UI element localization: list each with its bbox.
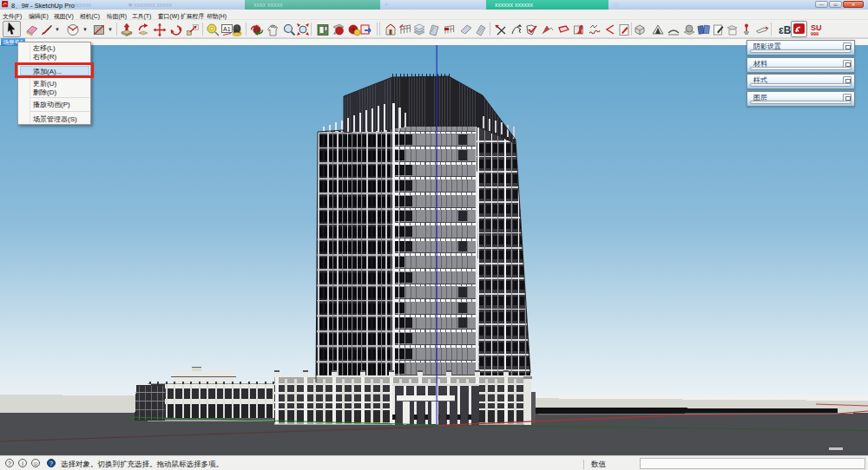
svg-text:εB: εB (779, 24, 792, 36)
svg-text:999: 999 (811, 31, 819, 36)
